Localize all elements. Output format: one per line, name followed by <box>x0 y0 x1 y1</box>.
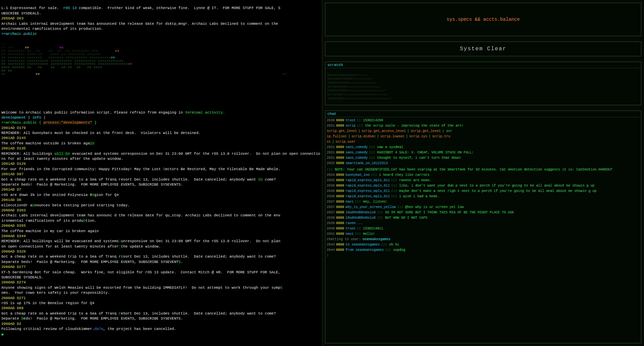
chat-id: 0000 <box>336 242 344 247</box>
chat-year: 2031 <box>327 150 335 155</box>
main-terminal: L-1 Espressonaut for sale. rOS 13 compat… <box>0 0 322 346</box>
chat-line: 2036 0000 rapid_express_mpls_011 ::: may… <box>327 189 640 194</box>
chat-id: 0000 <box>336 231 344 236</box>
chat-year: 2041 <box>327 231 335 236</box>
chat-msg: scrip.get_level <box>411 129 441 134</box>
chat-user: from seanmakesgames <box>345 248 384 253</box>
chat-user: rapid_express_mpls_011 <box>345 183 390 188</box>
chat-msg: scrip.lowsec <box>380 134 405 139</box>
system-clear-button[interactable]: System Clear <box>325 42 641 56</box>
chat-id: 0000 <box>336 178 344 183</box>
chat-id: 0000 <box>336 226 344 231</box>
chat-id: 0000 <box>336 248 344 253</box>
chat-msg: | <box>332 139 334 144</box>
chat-msg: ::: Hey, listen! <box>355 199 387 204</box>
chat-year: 2036 <box>327 194 335 199</box>
chat-user: smarttank_sn_10122313 <box>345 161 388 166</box>
chat-msg: | <box>429 134 431 139</box>
chat-msg: ::: SO IM NOT SURE BUT I THINK THIS MIG … <box>377 210 514 215</box>
chat-id: 0000 <box>336 183 344 188</box>
chat-msg: ::: saw a sysdeal <box>369 145 403 150</box>
scratch-glitch-text: %%#%##%%&%##%##%++=+== %#%+%%####%#%#++=… <box>327 70 639 102</box>
chat-year: 2034 <box>327 172 335 178</box>
chat-line: 2031 0000 sans_comedy ::: saw a sysdeal <box>327 145 640 150</box>
chat-user: sans_comedy <box>345 150 368 155</box>
chat-header: chat <box>325 111 641 117</box>
chat-year: 2031 <box>327 123 335 128</box>
chat-msg: scrip.sys <box>409 134 427 139</box>
chat-msg: | <box>358 129 360 134</box>
chat-user: why_is_your_screen_yellow <box>345 205 396 210</box>
chat-msg: ::: maybe don't make a nest righ t next … <box>391 189 596 194</box>
chat-line: 2032 0000 smarttank_sn_10122313 ::: NOTE… <box>327 161 640 172</box>
chat-msg: ::: thought to myself, i can't turn that… <box>369 155 462 160</box>
chat-id: 0000 <box>336 161 344 166</box>
chat-line: : <box>327 253 640 258</box>
chat-line: ip.fullsec | scrip.midsec | scrip.lowsec… <box>327 134 640 139</box>
chat-id: 0000 <box>336 155 344 160</box>
chat-msg: | <box>407 129 409 134</box>
chat-line: 2037 0000 l0ud4nd0bn0xiu5 ::: SO IM NOT … <box>327 210 640 215</box>
top-messages: L-1 Espressonaut for sale. rOS 13 compat… <box>1 1 321 42</box>
chat-id: 0000 <box>336 194 344 199</box>
chat-id: 0000 <box>336 145 344 150</box>
chat-line: 2037 0000 navi ::: Hey, listen! <box>327 199 640 204</box>
chat-user: scrip <box>345 123 356 128</box>
chat-line: 2031 0000 sans_comedy ::: RADIOBOT 4 SAL… <box>327 150 640 155</box>
chat-line: 2041 0000 navi ::: Hello! <box>327 231 640 236</box>
chat-year: 2037 <box>327 205 335 210</box>
chat-user: rapid_express_mpls_011 <box>345 189 390 194</box>
chat-user: rapid_express_mpls_011 <box>345 178 390 183</box>
chat-msg: ::: BUT HOW DO I NOT CAPS <box>377 215 427 220</box>
chat-line: 2040 0000 trust :: 1530214811 <box>327 226 640 231</box>
chat-messages[interactable]: 2030 0000 trust :: 1530214209 2031 0000 … <box>325 117 641 343</box>
chat-msg: :: 1530214811 <box>357 226 383 231</box>
chat-msg: ::: oh hi <box>381 242 399 247</box>
chat-line: 2031 0000 sans_comedy ::: thought to mys… <box>327 155 640 160</box>
chat-year: 2044 <box>327 248 335 253</box>
chat-user: sans_comedy <box>345 155 368 160</box>
right-panel: sys.specs && accts.balance System Clear … <box>322 0 644 346</box>
chat-year: 2038 <box>327 215 335 220</box>
chat-id: 0000 <box>336 172 344 178</box>
chat-id: 0000 <box>336 205 344 210</box>
chat-msg: ::: NOTE: Your cat UNIDENTIFIED_CAT has … <box>327 167 612 172</box>
chat-msg: ::: @hex why is ur screen yel low <box>397 205 464 210</box>
chat-line: 2037 0000 why_is_your_screen_yellow ::: … <box>327 205 640 210</box>
chat-user: l0ud4nd0bn0xiu5 <box>345 215 376 220</box>
chat-year: 2037 <box>327 210 335 215</box>
chat-year: 2030 <box>327 118 335 123</box>
chat-msg: :: 1530214209 <box>357 118 383 123</box>
chat-id: 0000 <box>336 210 344 215</box>
chat-year: 2036 <box>327 189 335 194</box>
chat-msg: | scr <box>442 129 452 134</box>
chat-id: 0000 <box>336 215 344 220</box>
command-text: sys.specs && accts.balance <box>446 17 520 22</box>
chat-year: 2031 <box>327 145 335 150</box>
chat-msg: ip.fullsec <box>327 134 347 139</box>
command-display: sys.specs && accts.balance <box>325 3 641 36</box>
chat-year: 2039 <box>327 221 335 226</box>
chat-user: sans_comedy <box>345 145 368 150</box>
chat-msg: scrip.get_level <box>327 129 357 134</box>
chat-line: 2036 0000 rapid_express_mpls_011 ::: i w… <box>327 194 640 199</box>
chat-msg: | <box>377 134 379 139</box>
chat-year: 2032 <box>327 161 335 166</box>
scratch-header: scratch <box>325 62 641 68</box>
ascii-art-logo: ## ## ### ## ## <box>1 43 321 103</box>
chat-line: 2035 0000 rapid_express_mpls_011 ::: rav… <box>327 178 640 183</box>
chat-prompt: : <box>327 253 329 258</box>
scratch-panel: scratch %%#%##%%&%##%##%++=+== %#%+%%###… <box>325 62 641 105</box>
chat-id: 0000 <box>336 118 344 123</box>
chat-panel: chat 2030 0000 trust :: 1530214209 2031 … <box>325 111 641 343</box>
chat-msg: ::: ravens are mean. <box>391 178 431 183</box>
chat-year: 2031 <box>327 155 335 160</box>
chat-id: 0000 <box>336 150 344 155</box>
system-clear-label: System Clear <box>460 46 506 52</box>
scratch-content[interactable]: %%#%##%%&%##%##%++=+== %#%+%%####%#%#++=… <box>325 68 641 102</box>
chat-id: 0000 <box>336 189 344 194</box>
chat-line: 2036 0000 rapid_express_mpls_011 ::: lik… <box>327 183 640 188</box>
chat-msg: ::: like, i don't want your dum p next t… <box>391 183 594 188</box>
chat-user: rapid_express_mpls_011 <box>345 194 390 199</box>
chat-line: 2038 0000 l0ud4nd0bn0xiu5 ::: BUT HOW DO… <box>327 215 640 220</box>
